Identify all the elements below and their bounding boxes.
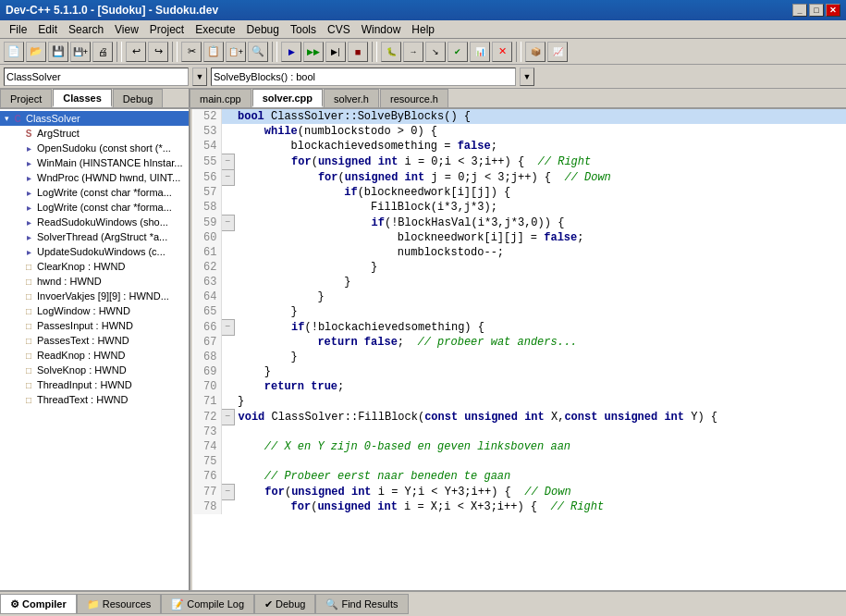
fold-indicator[interactable] bbox=[221, 469, 234, 484]
fold-indicator[interactable]: − bbox=[221, 169, 234, 185]
fold-indicator[interactable] bbox=[221, 185, 234, 200]
tab-main-cpp[interactable]: main.cpp bbox=[190, 89, 251, 107]
menu-tools[interactable]: Tools bbox=[285, 21, 322, 38]
fold-indicator[interactable]: − bbox=[221, 154, 234, 169]
tab-find-results[interactable]: 🔍 Find Results bbox=[315, 594, 408, 614]
tree-item[interactable]: □SolveKnop : HWND bbox=[0, 363, 189, 377]
paste-button[interactable]: 📋+ bbox=[226, 42, 246, 62]
redo-button[interactable]: ↪ bbox=[148, 42, 168, 62]
open-button[interactable]: 📂 bbox=[26, 42, 46, 62]
tab-resources[interactable]: 📁 Resources bbox=[77, 594, 162, 614]
fold-indicator[interactable]: − bbox=[221, 319, 234, 335]
tab-debug-bottom[interactable]: ✔ Debug bbox=[254, 594, 315, 614]
step-skip-button[interactable]: ✔ bbox=[448, 42, 468, 62]
tree-item[interactable]: □ReadKnop : HWND bbox=[0, 348, 189, 363]
fold-indicator[interactable] bbox=[221, 275, 234, 290]
compile-button[interactable]: ▶ bbox=[281, 42, 301, 62]
menu-help[interactable]: Help bbox=[406, 21, 440, 38]
class-wizard-button[interactable]: 📦 bbox=[525, 42, 546, 62]
tree-item[interactable]: ▸ReadSudokuWindows (sho... bbox=[0, 215, 189, 229]
tree-item[interactable]: ▸OpenSudoku (const short (*... bbox=[0, 141, 189, 155]
menu-debug[interactable]: Debug bbox=[241, 21, 285, 38]
compile-run-button[interactable]: ▶| bbox=[325, 42, 346, 62]
minimize-button[interactable]: _ bbox=[792, 4, 807, 17]
method-selector-dropdown[interactable]: ▼ bbox=[520, 68, 534, 86]
fold-indicator[interactable] bbox=[221, 139, 234, 154]
fold-indicator[interactable] bbox=[221, 335, 234, 350]
tree-item[interactable]: SArgStruct bbox=[0, 126, 189, 141]
tree-item[interactable]: □PassesInput : HWND bbox=[0, 318, 189, 333]
save-all-button[interactable]: 💾+ bbox=[70, 42, 91, 62]
step-over-button[interactable]: → bbox=[403, 42, 423, 62]
find-button[interactable]: 🔍 bbox=[248, 42, 268, 62]
tree-item[interactable]: ▸LogWrite (const char *forma... bbox=[0, 200, 189, 215]
fold-indicator[interactable] bbox=[221, 454, 234, 469]
menu-project[interactable]: Project bbox=[144, 21, 190, 38]
fold-indicator[interactable] bbox=[221, 304, 234, 319]
menu-search[interactable]: Search bbox=[63, 21, 109, 38]
tree-item[interactable]: ▸SolverThread (ArgStruct *a... bbox=[0, 229, 189, 244]
tab-solver-h[interactable]: solver.h bbox=[324, 89, 379, 107]
tree-item[interactable]: □hwnd : HWND bbox=[0, 274, 189, 289]
fold-indicator[interactable]: − bbox=[221, 215, 234, 230]
fold-indicator[interactable] bbox=[221, 350, 234, 364]
fold-indicator[interactable] bbox=[221, 200, 234, 215]
menu-cvs[interactable]: CVS bbox=[322, 21, 356, 38]
close-button[interactable]: ✕ bbox=[826, 4, 840, 17]
copy-button[interactable]: 📋 bbox=[203, 42, 224, 62]
menu-edit[interactable]: Edit bbox=[32, 21, 63, 38]
fold-indicator[interactable] bbox=[221, 290, 234, 304]
tree-item[interactable]: ▾CClassSolver bbox=[0, 111, 189, 126]
code-scroll-area[interactable]: 52bool ClassSolver::SolveByBlocks() {53 … bbox=[193, 109, 846, 590]
menu-window[interactable]: Window bbox=[356, 21, 407, 38]
menu-view[interactable]: View bbox=[109, 21, 144, 38]
fold-indicator[interactable] bbox=[221, 394, 234, 409]
profile-button[interactable]: 📈 bbox=[547, 42, 568, 62]
undo-button[interactable]: ↩ bbox=[126, 42, 146, 62]
class-selector-dropdown[interactable]: ▼ bbox=[192, 68, 207, 86]
tab-debug[interactable]: Debug bbox=[113, 89, 163, 107]
tree-item[interactable]: □InvoerVakjes [9][9] : HWND... bbox=[0, 289, 189, 303]
tree-item[interactable]: □ThreadText : HWND bbox=[0, 392, 189, 407]
tree-item[interactable]: ▸WndProc (HWND hwnd, UINT... bbox=[0, 170, 189, 185]
tree-item[interactable]: □PassesText : HWND bbox=[0, 333, 189, 348]
stop-button[interactable]: ■ bbox=[348, 42, 368, 62]
tree-item[interactable]: □LogWindow : HWND bbox=[0, 303, 189, 318]
fold-indicator[interactable] bbox=[221, 439, 234, 454]
fold-indicator[interactable] bbox=[221, 379, 234, 394]
tab-compile-log[interactable]: 📝 Compile Log bbox=[161, 594, 254, 614]
run-button[interactable]: ▶▶ bbox=[303, 42, 324, 62]
fold-indicator[interactable] bbox=[221, 425, 234, 439]
tree-item[interactable]: ▸UpdateSudokuWindows (c... bbox=[0, 244, 189, 259]
fold-indicator[interactable] bbox=[221, 499, 234, 514]
class-selector-input[interactable] bbox=[4, 68, 189, 86]
tab-resource-h[interactable]: resource.h bbox=[380, 89, 448, 107]
fold-indicator[interactable] bbox=[221, 109, 234, 124]
fold-indicator[interactable] bbox=[221, 124, 234, 139]
print-button[interactable]: 🖨 bbox=[92, 42, 113, 62]
save-button[interactable]: 💾 bbox=[48, 42, 68, 62]
fold-indicator[interactable] bbox=[221, 230, 234, 245]
method-selector-input[interactable] bbox=[211, 68, 516, 86]
stop-debug-button[interactable]: ✕ bbox=[492, 42, 512, 62]
new-button[interactable]: 📄 bbox=[4, 42, 24, 62]
tab-project[interactable]: Project bbox=[0, 89, 52, 107]
cut-button[interactable]: ✂ bbox=[181, 42, 202, 62]
tab-classes[interactable]: Classes bbox=[53, 89, 112, 107]
tree-item[interactable]: ▸WinMain (HINSTANCE hInstar... bbox=[0, 155, 189, 170]
tree-item[interactable]: □ThreadInput : HWND bbox=[0, 377, 189, 392]
menu-file[interactable]: File bbox=[4, 21, 32, 38]
fold-indicator[interactable] bbox=[221, 245, 234, 260]
tab-compiler[interactable]: ⚙ Compiler bbox=[0, 594, 77, 614]
class-tree[interactable]: ▾CClassSolverSArgStruct▸OpenSudoku (cons… bbox=[0, 109, 189, 590]
tree-item[interactable]: □ClearKnop : HWND bbox=[0, 259, 189, 274]
fold-indicator[interactable] bbox=[221, 364, 234, 379]
menu-execute[interactable]: Execute bbox=[190, 21, 240, 38]
tab-solver-cpp[interactable]: solver.cpp bbox=[252, 89, 323, 107]
tree-item[interactable]: ▸LogWrite (const char *forma... bbox=[0, 185, 189, 200]
fold-indicator[interactable]: − bbox=[221, 484, 234, 499]
fold-indicator[interactable]: − bbox=[221, 409, 234, 425]
fold-indicator[interactable] bbox=[221, 260, 234, 275]
maximize-button[interactable]: □ bbox=[809, 4, 824, 17]
chart-button[interactable]: 📊 bbox=[470, 42, 490, 62]
